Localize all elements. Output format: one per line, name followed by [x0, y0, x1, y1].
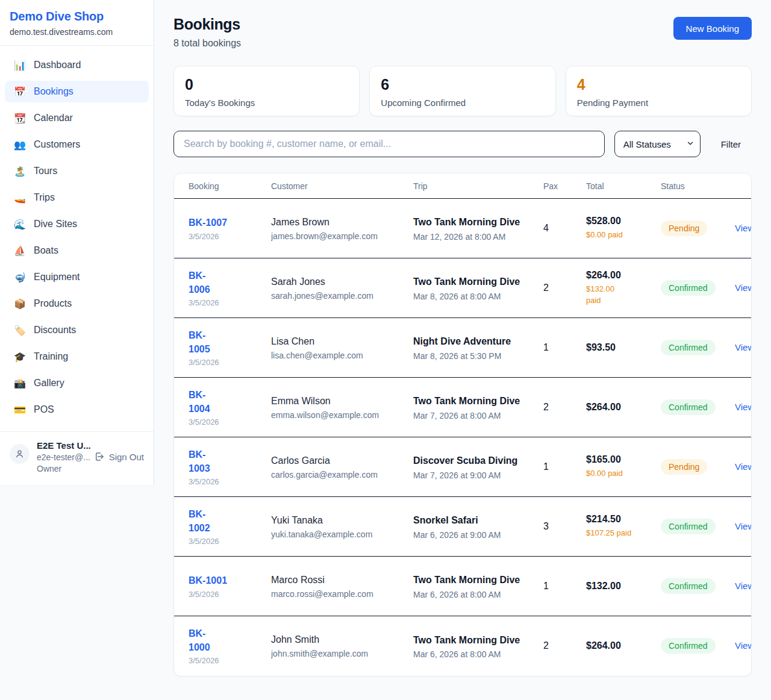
- sidebar-item-label: Calendar: [34, 113, 73, 123]
- table-row: BK- 1006 3/5/2026 Sarah Jones sarah.jone…: [174, 258, 751, 318]
- booking-id-link[interactable]: BK- 1000: [189, 627, 248, 654]
- booking-id-link[interactable]: BK-1007: [189, 216, 248, 230]
- pax-count: 1: [543, 581, 549, 591]
- products-icon: 📦: [13, 298, 27, 310]
- view-link[interactable]: View: [735, 640, 752, 651]
- sign-out-icon: [94, 451, 105, 462]
- customer-name: Sarah Jones: [271, 275, 390, 289]
- sidebar-item-equipment[interactable]: 🤿 Equipment: [5, 266, 149, 288]
- sidebar-item-tours[interactable]: 🏝️ Tours: [5, 160, 149, 182]
- stat-label: Today's Bookings: [185, 98, 348, 108]
- status-badge: Confirmed: [661, 578, 716, 594]
- customer-name: James Brown: [271, 216, 390, 229]
- stats-cards: 0 Today's Bookings 6 Upcoming Confirmed …: [173, 66, 752, 116]
- stat-card: 4 Pending Payment: [566, 66, 752, 116]
- status-select[interactable]: All Statuses: [614, 131, 701, 157]
- status-badge: Confirmed: [661, 399, 716, 415]
- view-link[interactable]: View: [735, 283, 752, 293]
- table-row: BK- 1003 3/5/2026 Carlos Garcia carlos.g…: [174, 437, 751, 497]
- booking-date: 3/5/2026: [189, 232, 248, 241]
- booking-date: 3/5/2026: [189, 477, 248, 486]
- stat-card: 6 Upcoming Confirmed: [369, 66, 555, 116]
- boats-icon: ⛵: [13, 245, 27, 257]
- sidebar-item-calendar[interactable]: 📆 Calendar: [5, 107, 149, 129]
- trip-datetime: Mar 6, 2026 at 8:00 AM: [413, 590, 520, 599]
- booking-id-link[interactable]: BK-1001: [189, 573, 248, 587]
- sidebar-item-label: Boats: [34, 245, 58, 256]
- stat-value: 6: [381, 77, 544, 93]
- new-booking-button[interactable]: New Booking: [673, 17, 752, 40]
- equipment-icon: 🤿: [13, 272, 27, 283]
- sidebar-item-dashboard[interactable]: 📊 Dashboard: [5, 54, 149, 76]
- customers-icon: 👥: [13, 139, 27, 151]
- sidebar-item-label: Dashboard: [34, 60, 81, 70]
- customer-name: Yuki Tanaka: [271, 514, 390, 527]
- pax-count: 2: [543, 283, 549, 293]
- customer-email: lisa.chen@example.com: [271, 351, 390, 360]
- training-icon: 🎓: [13, 351, 27, 363]
- user-name: E2E Test U...: [37, 440, 87, 451]
- table-row: BK- 1000 3/5/2026 John Smith john.smith@…: [174, 616, 751, 676]
- view-link[interactable]: View: [735, 581, 752, 591]
- sidebar-item-customers[interactable]: 👥 Customers: [5, 134, 149, 155]
- search-input[interactable]: [173, 131, 605, 157]
- sidebar-item-products[interactable]: 📦 Products: [5, 293, 149, 314]
- total-amount: $528.00: [586, 216, 638, 227]
- trip-name: Two Tank Morning Dive: [413, 633, 520, 647]
- sidebar-item-label: Training: [34, 351, 68, 362]
- sidebar-item-training[interactable]: 🎓 Training: [5, 346, 149, 367]
- filter-label: Filter: [721, 139, 741, 149]
- view-link[interactable]: View: [735, 223, 752, 233]
- pax-count: 2: [543, 640, 549, 651]
- view-link[interactable]: View: [735, 342, 752, 352]
- sidebar: Demo Dive Shop demo.test.divestreams.com…: [0, 0, 154, 486]
- view-link[interactable]: View: [735, 402, 752, 412]
- table-row: BK-1001 3/5/2026 Marco Rossi marco.rossi…: [174, 557, 751, 616]
- view-link[interactable]: View: [735, 461, 752, 472]
- brand-title[interactable]: Demo Dive Shop: [10, 10, 144, 23]
- stat-label: Pending Payment: [577, 98, 740, 108]
- trip-name: Night Dive Adventure: [413, 334, 520, 348]
- booking-id-link[interactable]: BK- 1002: [189, 507, 248, 535]
- sidebar-item-trips[interactable]: 🚤 Trips: [5, 187, 149, 208]
- sidebar-item-gallery[interactable]: 📸 Gallery: [5, 372, 149, 394]
- sidebar-item-dive-sites[interactable]: 🌊 Dive Sites: [5, 213, 149, 235]
- page-title: Bookings: [173, 16, 241, 33]
- customer-name: Carlos Garcia: [271, 454, 390, 467]
- customer-email: james.brown@example.com: [271, 231, 390, 241]
- column-header: Status: [646, 173, 720, 199]
- customer-name: John Smith: [271, 633, 390, 646]
- booking-id-link[interactable]: BK- 1005: [189, 328, 248, 356]
- status-badge: Confirmed: [661, 280, 716, 296]
- page-subtitle: 8 total bookings: [173, 38, 241, 49]
- column-header: Pax: [529, 173, 572, 199]
- sidebar-item-boats[interactable]: ⛵ Boats: [5, 240, 149, 261]
- booking-id-link[interactable]: BK- 1004: [189, 388, 248, 416]
- column-header: Booking: [174, 173, 257, 199]
- stat-card: 0 Today's Bookings: [173, 66, 360, 116]
- filter-row: All Statuses Filter: [173, 131, 752, 157]
- stat-value: 0: [185, 77, 348, 93]
- trip-name: Discover Scuba Diving: [413, 454, 520, 467]
- total-amount: $264.00: [586, 402, 638, 413]
- trip-datetime: Mar 7, 2026 at 9:00 AM: [413, 470, 520, 480]
- booking-id-link[interactable]: BK- 1006: [189, 269, 248, 296]
- table-row: BK- 1002 3/5/2026 Yuki Tanaka yuki.tanak…: [174, 497, 751, 557]
- trip-datetime: Mar 7, 2026 at 8:00 AM: [413, 411, 520, 420]
- paid-amount: $0.00 paid: [586, 229, 638, 241]
- sidebar-item-bookings[interactable]: 📅 Bookings: [5, 81, 149, 102]
- sidebar-item-discounts[interactable]: 🏷️ Discounts: [5, 319, 149, 341]
- trip-datetime: Mar 6, 2026 at 9:00 AM: [413, 530, 520, 540]
- sign-out-button[interactable]: Sign Out: [94, 451, 144, 462]
- customer-email: emma.wilson@example.com: [271, 410, 390, 420]
- pax-count: 1: [543, 342, 549, 352]
- booking-date: 3/5/2026: [189, 417, 248, 427]
- view-link[interactable]: View: [735, 521, 752, 531]
- sidebar-item-pos[interactable]: 💳 POS: [5, 399, 149, 420]
- paid-amount: $107.25 paid: [586, 527, 638, 539]
- booking-id-link[interactable]: BK- 1003: [189, 448, 248, 475]
- total-amount: $165.00: [586, 454, 638, 465]
- trip-name: Two Tank Morning Dive: [413, 275, 520, 289]
- sidebar-item-label: Customers: [34, 139, 80, 150]
- table-row: BK- 1005 3/5/2026 Lisa Chen lisa.chen@ex…: [174, 318, 751, 378]
